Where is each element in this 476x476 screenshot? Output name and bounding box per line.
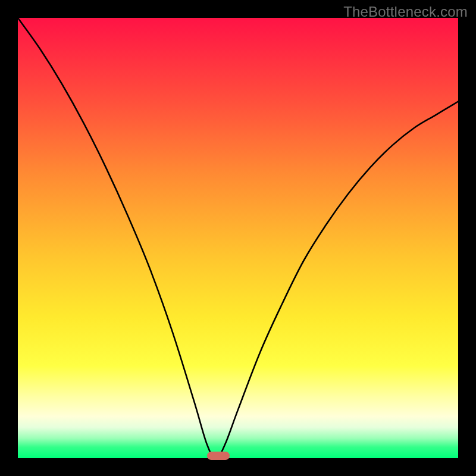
watermark-text: TheBottleneck.com <box>343 4 468 20</box>
minimum-marker <box>207 452 230 460</box>
bottleneck-curve <box>18 18 458 458</box>
plot-area <box>18 18 458 458</box>
chart-frame: TheBottleneck.com <box>0 0 476 476</box>
